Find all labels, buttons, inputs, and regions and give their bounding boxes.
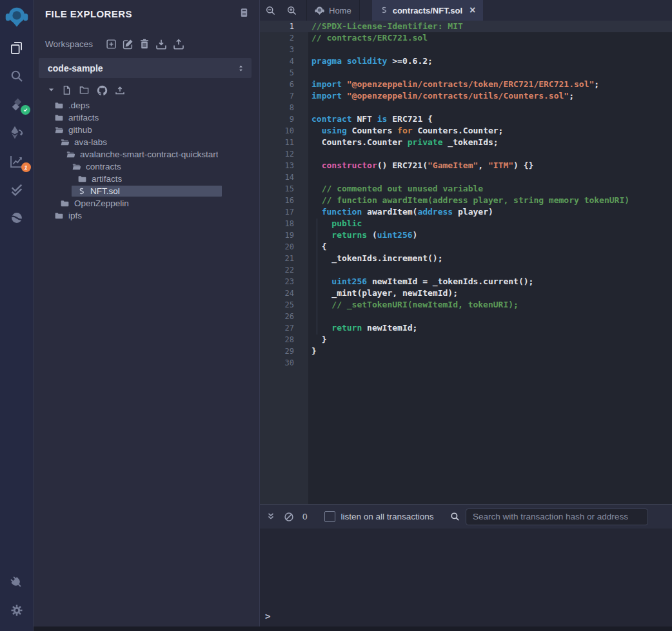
plugin-search-icon[interactable] [0, 62, 34, 90]
line-number: 10 [260, 125, 308, 137]
terminal-output[interactable]: > [260, 529, 672, 631]
code-line-17[interactable]: 17 function awardItem(address player) [260, 206, 672, 218]
code-line-text: import "@openzeppelin/contracts/token/ER… [308, 79, 599, 90]
transaction-search-input[interactable] [466, 509, 648, 525]
code-line-27[interactable]: 27 return newItemId; [260, 322, 672, 334]
zoom-out-icon[interactable] [265, 5, 276, 16]
code-line-12[interactable]: 12 [260, 148, 672, 160]
code-line-18[interactable]: 18 public [260, 218, 672, 229]
code-line-6[interactable]: 6import "@openzeppelin/contracts/token/E… [260, 79, 672, 90]
solidity-compiler-icon[interactable] [0, 90, 34, 119]
code-line-9[interactable]: 9contract NFT is ERC721 { [260, 113, 672, 125]
listen-transactions-label[interactable]: listen on all transactions [341, 512, 434, 521]
zoom-in-icon[interactable] [286, 5, 297, 16]
folder-ava-labs[interactable]: ava-labs [54, 136, 222, 148]
close-tab-icon[interactable]: × [469, 5, 475, 15]
code-line-text: return newItemId; [308, 322, 417, 334]
code-line-5[interactable]: 5 [260, 67, 672, 79]
remix-logo-icon[interactable] [0, 0, 34, 34]
line-number: 5 [260, 67, 308, 79]
code-line-4[interactable]: 4pragma solidity >=0.6.2; [260, 55, 672, 67]
listen-transactions-checkbox[interactable] [324, 511, 335, 522]
workspaces-label: Workspaces [45, 39, 93, 49]
code-line-15[interactable]: 15 // commented out unused variable [260, 183, 672, 195]
solidity-unit-testing-icon[interactable] [0, 175, 34, 204]
folder-artifacts[interactable]: artifacts [48, 112, 222, 124]
tab-nft-sol[interactable]: contracts/NFT.sol × [372, 0, 484, 21]
code-line-16[interactable]: 16 // function awardItem(address player,… [260, 195, 672, 206]
code-line-13[interactable]: 13 constructor() ERC721("GameItem", "ITM… [260, 160, 672, 171]
line-number: 15 [260, 183, 308, 195]
workspace-select[interactable]: code-sample [39, 58, 252, 78]
code-line-26[interactable]: 26 [260, 311, 672, 322]
new-folder-icon[interactable] [79, 85, 90, 95]
settings-gear-icon[interactable] [0, 596, 34, 625]
collapse-caret-icon[interactable] [48, 86, 55, 94]
edit-workspace-icon[interactable] [123, 39, 133, 50]
file-explorer-icon[interactable] [0, 34, 34, 62]
plugin-manager-icon[interactable] [0, 568, 34, 596]
code-line-text: } [308, 334, 326, 345]
github-icon[interactable] [97, 85, 108, 95]
code-line-text: using Counters for Counters.Counter; [308, 125, 503, 137]
folder-openzeppelin[interactable]: OpenZeppelin [54, 197, 222, 209]
folder-contracts[interactable]: contracts [66, 160, 222, 173]
code-line-3[interactable]: 3 [260, 44, 672, 55]
terminal-panel: 0 listen on all transactions > [260, 504, 672, 631]
activity-bar: 1 [0, 0, 34, 631]
code-line-30[interactable]: 30 [260, 357, 672, 369]
debugger-icon[interactable] [0, 204, 34, 232]
restore-workspace-icon[interactable] [173, 39, 184, 50]
folder-artifacts[interactable]: artifacts [72, 173, 222, 185]
code-line-8[interactable]: 8 [260, 102, 672, 113]
download-workspaces-icon[interactable] [155, 39, 167, 50]
code-line-2[interactable]: 2// contracts/ERC721.sol [260, 32, 672, 44]
create-workspace-icon[interactable] [106, 39, 117, 50]
code-line-7[interactable]: 7import "@openzeppelin/contracts/utils/C… [260, 90, 672, 102]
code-line-14[interactable]: 14 [260, 171, 672, 183]
folder-avalanche-smart-contract-quickstart[interactable]: avalanche-smart-contract-quickstart [60, 148, 222, 160]
indent-guide [317, 218, 317, 335]
transaction-count: 0 [302, 512, 308, 521]
remix-logo-icon [315, 6, 324, 15]
file-explorers-panel: FILE EXPLORERS Workspaces code-sample .d… [34, 0, 260, 631]
code-line-25[interactable]: 25 // _setTokenURI(newItemId, tokenURI); [260, 299, 672, 311]
folder-open-icon [66, 150, 75, 159]
book-icon[interactable] [239, 8, 249, 19]
tab-home[interactable]: Home [306, 0, 360, 21]
clear-transactions-icon[interactable] [284, 512, 294, 522]
delete-workspace-icon[interactable] [139, 39, 150, 50]
line-number: 21 [260, 253, 308, 264]
expand-terminal-icon[interactable] [266, 512, 275, 522]
solidity-file-icon [77, 187, 86, 196]
code-line-22[interactable]: 22 [260, 264, 672, 276]
remix-ide-window: 1 FILE EXPLORERS Workspaces code-sample … [0, 0, 672, 631]
file-nft-sol[interactable]: NFT.sol [72, 185, 222, 197]
code-line-text [308, 311, 311, 322]
code-line-24[interactable]: 24 _mint(player, newItemId); [260, 287, 672, 299]
deploy-and-run-icon[interactable] [0, 119, 34, 147]
code-line-text [308, 44, 311, 55]
code-line-20[interactable]: 20 { [260, 241, 672, 253]
code-line-10[interactable]: 10 using Counters for Counters.Counter; [260, 125, 672, 137]
folder-closed-icon [54, 101, 64, 110]
new-file-icon[interactable] [62, 85, 72, 95]
code-line-text: // _setTokenURI(newItemId, tokenURI); [308, 299, 519, 311]
code-line-text: // function awardItem(address player, st… [308, 195, 629, 206]
code-line-11[interactable]: 11 Counters.Counter private _tokenIds; [260, 137, 672, 148]
code-line-1[interactable]: 1//SPDX-License-Identifier: MIT [260, 21, 672, 32]
code-line-text: _mint(player, newItemId); [308, 287, 458, 299]
folder-ipfs[interactable]: ipfs [48, 209, 222, 222]
code-line-29[interactable]: 29} [260, 345, 672, 357]
code-line-23[interactable]: 23 uint256 newItemId = _tokenIds.current… [260, 276, 672, 287]
line-number: 13 [260, 160, 308, 171]
folder--deps[interactable]: .deps [48, 99, 222, 112]
code-line-19[interactable]: 19 returns (uint256) [260, 229, 672, 241]
code-editor[interactable]: 1//SPDX-License-Identifier: MIT2// contr… [260, 21, 672, 504]
line-number: 28 [260, 334, 308, 345]
folder-github[interactable]: github [48, 124, 222, 136]
code-line-28[interactable]: 28 } [260, 334, 672, 345]
solidity-analyzer-icon[interactable]: 1 [0, 147, 34, 175]
code-line-21[interactable]: 21 _tokenIds.increment(); [260, 253, 672, 264]
upload-file-icon[interactable] [115, 85, 125, 95]
